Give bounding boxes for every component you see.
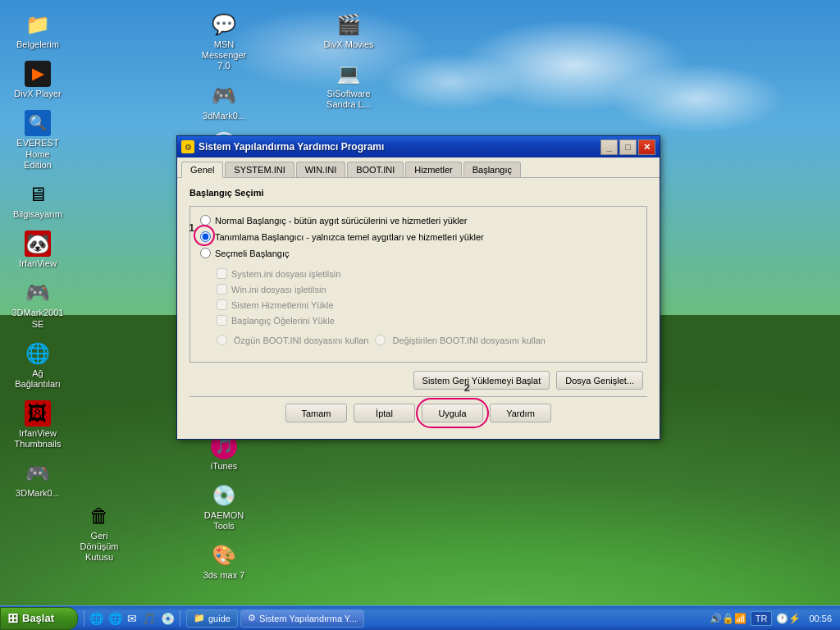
- radio-tanimlama-label: Tanımlama Başlangıcı - yalnızca temel ay…: [215, 232, 484, 242]
- taskbar-item-guide[interactable]: 📁 guide: [186, 609, 238, 628]
- daemon-icon: 💿: [211, 482, 237, 509]
- bootini-ozgun-label: Özgün BOOT.INI dosyasını kullan: [234, 336, 368, 345]
- start-label: Başlat: [22, 612, 54, 624]
- checkbox-systemini-label: System.ini dosyası işletilsin: [231, 269, 340, 279]
- checkbox-hizmetler-label: Sistem Hizmetlerini Yükle: [231, 300, 334, 310]
- itunes-label: iTunes: [211, 461, 238, 472]
- tab-bootini[interactable]: BOOT.INI: [347, 162, 404, 177]
- radio-secmeli-input[interactable]: [200, 248, 211, 258]
- desktop-icon-belgelerim[interactable]: 📁 Belgelerim: [8, 8, 67, 53]
- start-button[interactable]: ⊞ Başlat: [0, 607, 78, 630]
- dialog-titlebar[interactable]: ⚙ Sistem Yapılandırma Yardımcı Programı …: [177, 136, 660, 158]
- irfanviewthumb-icon: 🖼: [25, 400, 51, 427]
- quicklaunch-mail-icon[interactable]: ✉: [125, 612, 139, 625]
- desktop-icon-3dmark03[interactable]: 🎮 3DMark0...: [8, 457, 67, 502]
- checkbox-baslangic: Başlangıç Öğelerini Yükle: [217, 315, 637, 326]
- divxplayer-icon: ▶: [25, 61, 51, 87]
- desktop-icon-bilgisayarim[interactable]: 🖥 Bilgisayarım: [8, 178, 67, 223]
- clock: 00:56: [805, 614, 836, 623]
- tab-genel[interactable]: Genel: [181, 162, 223, 178]
- desktop-icon-irfanviewthumb[interactable]: 🖼 IrfanView Thumbnails: [8, 397, 67, 453]
- checkbox-winini: Win.ini dosyası işletilsin: [217, 284, 637, 294]
- quicklaunch-ie-icon[interactable]: 🌐: [87, 612, 106, 625]
- checkbox-hizmetler: Sistem Hizmetlerini Yükle: [217, 299, 637, 310]
- 3dmark03-icon: 🎮: [25, 460, 51, 486]
- geri-icon: 🗑: [86, 503, 112, 529]
- radio-normal-input[interactable]: [200, 215, 211, 226]
- radio-tanimlama[interactable]: 1 Tanımlama Başlangıcı - yalnızca temel …: [200, 231, 637, 242]
- annotation-1: 1: [189, 221, 194, 234]
- radio-secmeli[interactable]: Seçmeli Başlangıç: [200, 248, 637, 258]
- dialog-content: Başlangıç Seçimi Normal Başlangıç - bütü…: [177, 178, 660, 439]
- systray-icons: 🔊🔒📶: [710, 613, 746, 624]
- taskbar-right: 🔊🔒📶 TR 🕐⚡ 00:56: [705, 611, 840, 626]
- desktop-icon-geri[interactable]: 🗑 Geri Dönüşüm Kutusu: [70, 500, 129, 567]
- uygula-button[interactable]: Uygula 2: [422, 404, 483, 422]
- checkbox-hizmetler-input: [217, 299, 227, 310]
- windows-logo: ⊞: [7, 610, 18, 626]
- desktop-icon-sisoftware[interactable]: 💻 SiSoftware Sandra L...: [319, 57, 378, 113]
- language-indicator: TR: [751, 611, 773, 626]
- desktop-icon-msn[interactable]: 💬 MSN Messenger 7.0: [194, 8, 253, 75]
- radio-tanimlama-input[interactable]: [200, 231, 211, 242]
- 3dmark05-label: 3dMark0...: [203, 111, 245, 121]
- close-button[interactable]: ✕: [638, 139, 655, 155]
- sistem-geri-button[interactable]: Sistem Geri Yüklemeyi Başlat: [413, 371, 550, 390]
- belgelerim-label: Belgelerim: [16, 39, 59, 50]
- dialog-tabs: Genel SYSTEM.INI WIN.INI BOOT.INI Hizmet…: [177, 158, 660, 178]
- startup-selection-box: Normal Başlangıç - bütün aygıt sürücüler…: [189, 206, 647, 363]
- annotation-2: 2: [464, 381, 470, 394]
- uygula-label: Uygula: [438, 409, 466, 418]
- yardim-button[interactable]: Yardım: [490, 404, 551, 422]
- msn-icon: 💬: [211, 11, 237, 38]
- geri-label: Geri Dönüşüm Kutusu: [73, 531, 126, 564]
- 3dsmax-label: 3ds max 7: [203, 570, 245, 581]
- taskbar-sistem-label: Sistem Yapılandırma Y...: [259, 614, 357, 623]
- taskbar-item-sistem[interactable]: ⚙ Sistem Yapılandırma Y...: [240, 609, 364, 628]
- 3dmark03-label: 3DMark0...: [16, 488, 60, 499]
- tab-baslangic[interactable]: Başlangıç: [463, 162, 521, 177]
- checkbox-systemini: System.ini dosyası işletilsin: [217, 268, 637, 279]
- tab-hizmetler[interactable]: Hizmetler: [405, 162, 461, 177]
- belgelerim-icon: 📁: [25, 11, 51, 38]
- bootini-section: Özgün BOOT.INI dosyasını kullan Değiştir…: [217, 331, 637, 349]
- desktop-icon-divxmovies[interactable]: 🎬 DivX Movies: [319, 8, 378, 53]
- desktop-icon-divxplayer[interactable]: ▶ DivX Player: [8, 57, 67, 103]
- dialog-title-icon: ⚙: [181, 140, 194, 153]
- checkbox-winini-label: Win.ini dosyası işletilsin: [231, 285, 326, 294]
- divxmovies-label: DivX Movies: [323, 39, 373, 50]
- tamam-button[interactable]: Tamam: [285, 404, 347, 422]
- taskbar: ⊞ Başlat 🌐 🌐 ✉ 🎵 💿 📁 guide ⚙ Sistem Yapı…: [0, 605, 840, 630]
- sisoftware-icon: 💻: [336, 61, 362, 87]
- tab-systemini[interactable]: SYSTEM.INI: [225, 162, 294, 177]
- iptal-button[interactable]: İptal: [354, 404, 415, 422]
- tab-winini[interactable]: WIN.INI: [296, 162, 346, 177]
- radio-normal[interactable]: Normal Başlangıç - bütün aygıt sürücüler…: [200, 215, 637, 226]
- checkbox-systemini-input: [217, 268, 227, 279]
- desktop-icon-3dsmax[interactable]: 🎨 3ds max 7: [194, 539, 253, 584]
- divxplayer-label: DivX Player: [14, 89, 61, 99]
- desktop-icon-ag[interactable]: 🌐 Ağ Bağlantıları: [8, 337, 67, 393]
- desktop-icon-irfanview[interactable]: 🐼 IrfanView: [8, 227, 67, 272]
- bootini-degistirilen-label: Değiştirilen BOOT.INI dosyasını kullan: [392, 336, 545, 345]
- desktop-icon-3dmark05[interactable]: 🎮 3dMark0...: [194, 80, 253, 125]
- desktop-icon-everest[interactable]: 🔍 EVEREST Home Edition: [8, 107, 67, 174]
- 3dsmax-icon: 🎨: [211, 542, 237, 568]
- desktop-icon-3dmark2001[interactable]: 🎮 3DMark2001 SE: [8, 276, 67, 332]
- 3dmark05-icon: 🎮: [211, 83, 237, 109]
- quicklaunch-media-icon[interactable]: 🎵: [139, 612, 158, 625]
- bilgisayarim-icon: 🖥: [25, 181, 51, 208]
- taskbar-divider-1: [84, 610, 84, 627]
- systray-more-icons: 🕐⚡: [776, 613, 801, 624]
- minimize-button[interactable]: _: [600, 139, 618, 155]
- radio-secmeli-label: Seçmeli Başlangıç: [215, 249, 290, 258]
- maximize-button[interactable]: □: [619, 139, 637, 155]
- desktop-icon-daemon[interactable]: 💿 DAEMON Tools: [194, 479, 253, 535]
- dialog-footer-bottom: Tamam İptal Uygula 2 Yardım: [189, 396, 647, 429]
- dosya-genislet-button[interactable]: Dosya Genişlet...: [556, 371, 643, 390]
- radio-normal-label: Normal Başlangıç - bütün aygıt sürücüler…: [215, 216, 468, 226]
- quicklaunch-ie2-icon[interactable]: 🌐: [106, 612, 125, 625]
- quicklaunch-extra-icon[interactable]: 💿: [158, 612, 177, 625]
- section-title: Başlangıç Seçimi: [189, 188, 647, 198]
- irfanviewthumb-label: IrfanView Thumbnails: [11, 428, 64, 450]
